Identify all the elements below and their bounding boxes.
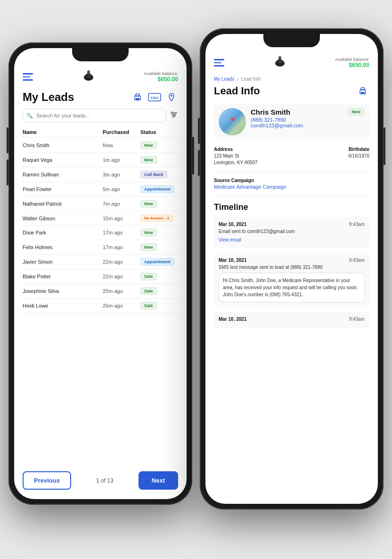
filter-icon[interactable]	[170, 110, 178, 121]
left-screen: Available balance: $650.00 My Leads	[14, 48, 187, 499]
timeline-date-1: Mar 10, 2021	[219, 222, 247, 227]
csv-icon[interactable]: CSV	[148, 91, 161, 104]
lead-card: 📍 Chris Smith (888) 321-7890 csmith123@g…	[214, 103, 369, 140]
timeline-entry-3: Mar 10, 2021 9:43am	[214, 312, 369, 328]
lead-phone[interactable]: (888) 321-7890	[251, 117, 365, 123]
status-badge: New	[140, 243, 157, 251]
row-purchased: 17m ago	[103, 230, 140, 235]
timeline-entry-2: Mar 10, 2021 9:43am SMS text message sen…	[214, 253, 369, 307]
svg-rect-22	[361, 92, 365, 94]
table-row[interactable]: Felix Holmes 17m ago New	[23, 240, 178, 255]
previous-button[interactable]: Previous	[23, 471, 71, 490]
vol-down-button-right[interactable]	[198, 150, 200, 176]
table-rows: Chris Smith Now New Raquel Vega 1m ago N…	[23, 138, 178, 313]
print-icon-right[interactable]	[356, 84, 369, 98]
my-leads-title-row: My Leads CSV	[23, 91, 178, 104]
birthdate-label: Birthdate	[292, 147, 369, 152]
balance-label-right: Available balance:	[335, 57, 369, 62]
notch-left	[72, 48, 129, 61]
row-purchased: 3m ago	[103, 172, 140, 177]
row-purchased: 15m ago	[103, 216, 140, 221]
power-button-left[interactable]	[192, 137, 194, 175]
balance-section-left: Available balance: $650.00	[144, 71, 178, 83]
vol-up-button-right[interactable]	[198, 118, 200, 144]
svg-rect-5	[136, 94, 139, 96]
row-name: Felix Holmes	[23, 244, 103, 250]
status-badge: No Answer - 2	[140, 215, 173, 222]
logo-left	[81, 68, 97, 86]
status-badge: Sale	[140, 287, 157, 295]
timeline-desc-1: Email sent to csmith123@gmail.com	[219, 229, 365, 234]
lead-avatar-map: 📍	[219, 108, 246, 135]
right-screen-content: Available balance: $650.00 My Leads › Le…	[205, 47, 378, 504]
row-purchased: Now	[103, 142, 140, 148]
pagination: Previous 1 of 13 Next	[23, 467, 178, 494]
timeline-header-1: Mar 10, 2021 9:43am	[219, 222, 365, 227]
table-row[interactable]: Javier Simon 22m ago Appointment	[23, 255, 178, 269]
timeline-title: Timeline	[214, 202, 369, 212]
notch-right	[263, 34, 320, 47]
phone-left: Available balance: $650.00 My Leads	[8, 42, 192, 505]
power-button-right[interactable]	[384, 127, 385, 165]
table-row[interactable]: Walter Gibson 15m ago No Answer - 2	[23, 211, 178, 225]
search-input[interactable]	[23, 108, 166, 123]
table-row[interactable]: Josephine Silva 25m ago Sale	[23, 284, 178, 299]
balance-section-right: Available balance: $650.00	[335, 57, 369, 68]
col-name: Name	[23, 129, 103, 135]
lead-avatar: 📍	[219, 108, 246, 135]
location-icon[interactable]	[165, 91, 178, 104]
address-value: 123 Main St Lexington, KY 40507	[214, 153, 292, 166]
birthdate-value: 6/16/1970	[292, 153, 369, 159]
birthdate-block: Birthdate 6/16/1970	[292, 147, 369, 166]
table-row[interactable]: Heidi Lowe 26m ago Sale	[23, 299, 178, 313]
svg-text:CSV: CSV	[151, 96, 159, 100]
lead-info-title-row: Lead Info	[214, 84, 369, 98]
status-badge: New	[140, 229, 157, 236]
row-purchased: 7m ago	[103, 201, 140, 207]
timeline-desc-2: SMS text message sent to lead at (888) 3…	[219, 265, 365, 270]
timeline-date-2: Mar 10, 2021	[219, 258, 247, 263]
vol-up-button-left[interactable]	[7, 127, 8, 153]
row-purchased: 22m ago	[103, 259, 140, 265]
row-name: Pearl Fowler	[23, 186, 103, 192]
source-value[interactable]: Medicare Advantage Campaign	[214, 184, 369, 190]
breadcrumb-parent[interactable]: My Leads	[214, 76, 234, 82]
view-email-link[interactable]: View email	[219, 237, 241, 242]
breadcrumb-current: Lead Info	[241, 76, 261, 82]
row-name: Dixie Park	[23, 230, 103, 235]
row-name: Ramiro Sullivan	[23, 172, 103, 177]
balance-amount-right: $650.00	[335, 62, 369, 68]
search-row: 🔍	[23, 108, 178, 123]
print-icon[interactable]	[131, 91, 144, 104]
hamburger-icon-right[interactable]	[214, 59, 224, 67]
svg-rect-21	[361, 88, 365, 90]
left-screen-content: Available balance: $650.00 My Leads	[14, 61, 187, 499]
table-row[interactable]: Nathaniel Patrick 7m ago New	[23, 197, 178, 211]
status-badge: New	[140, 156, 157, 164]
row-name: Blake Potter	[23, 274, 103, 279]
table-row[interactable]: Dixie Park 17m ago New	[23, 225, 178, 240]
lead-email[interactable]: csmith123@gmail.com	[251, 123, 365, 128]
right-screen: Available balance: $650.00 My Leads › Le…	[205, 34, 378, 504]
title-icons: CSV	[131, 91, 178, 104]
status-badge: Sale	[140, 273, 157, 280]
right-header: Available balance: $650.00	[214, 54, 369, 72]
breadcrumb: My Leads › Lead Info	[214, 76, 369, 82]
hamburger-icon[interactable]	[23, 73, 33, 81]
logo-right	[272, 54, 288, 72]
vol-down-button-left[interactable]	[7, 159, 8, 185]
svg-point-17	[277, 59, 283, 64]
row-purchased: 22m ago	[103, 274, 140, 279]
balance-amount-left: $650.00	[144, 76, 178, 83]
table-row[interactable]: Blake Potter 22m ago Sale	[23, 269, 178, 284]
table-row[interactable]: Pearl Fowler 5m ago Appointment	[23, 182, 178, 197]
timeline-time-2: 9:43am	[349, 258, 365, 263]
table-row[interactable]: Chris Smith Now New	[23, 138, 178, 153]
search-icon: 🔍	[26, 113, 33, 119]
phones-container: Available balance: $650.00 My Leads	[0, 0, 392, 559]
table-row[interactable]: Ramiro Sullivan 3m ago Call Back	[23, 167, 178, 182]
row-purchased: 1m ago	[103, 157, 140, 163]
svg-point-14	[174, 114, 176, 116]
table-row[interactable]: Raquel Vega 1m ago New	[23, 153, 178, 167]
next-button[interactable]: Next	[139, 471, 178, 490]
